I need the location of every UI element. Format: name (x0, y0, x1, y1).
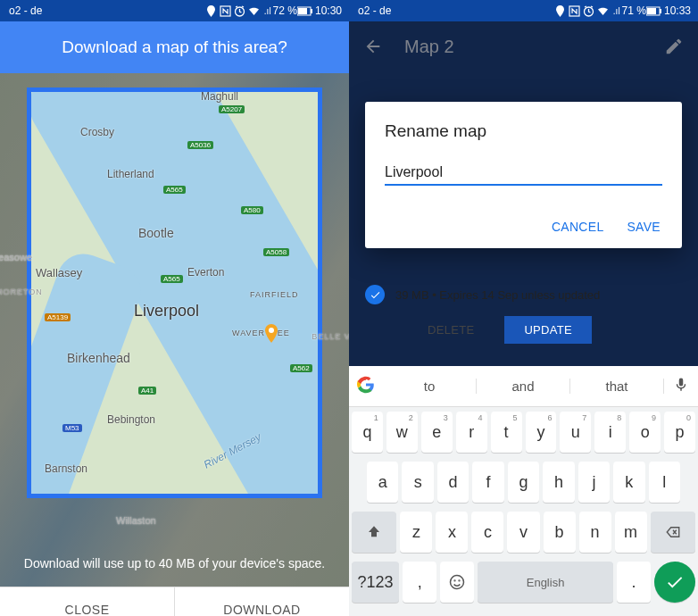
suggestion-3[interactable]: that (570, 379, 664, 394)
keyboard: to and that q1w2e3r4t5y6u7i8o9p0 asdfghj… (349, 366, 698, 616)
nfc-icon (569, 5, 580, 17)
key-a[interactable]: a (367, 462, 398, 503)
download-size-msg: Download will use up to 40 MB of your de… (18, 556, 331, 570)
carrier-label: o2 - de (9, 4, 42, 17)
rename-dialog: Rename map CANCEL SAVE (365, 102, 682, 248)
key-q[interactable]: q1 (352, 412, 383, 453)
carrier-label: o2 - de (358, 4, 391, 17)
place-barnston: Barnston (45, 462, 87, 475)
nfc-icon (220, 5, 231, 17)
map-selection-frame[interactable]: Maghull Crosby Litherland Bootle Wallase… (27, 87, 322, 498)
suggestion-2[interactable]: and (477, 379, 570, 394)
key-k[interactable]: k (613, 462, 644, 503)
status-bar: o2 - de .ıl 71 % 10:33 (349, 0, 698, 21)
svg-point-11 (451, 576, 464, 589)
place-bebington: Bebington (107, 413, 155, 426)
key-e[interactable]: e3 (421, 412, 453, 453)
svg-rect-4 (311, 9, 312, 13)
map-pin-icon (263, 324, 279, 344)
battery-icon (646, 6, 662, 16)
key-g[interactable]: g (508, 462, 539, 503)
location-icon (205, 5, 217, 17)
svg-rect-9 (647, 8, 656, 14)
svg-point-13 (459, 580, 460, 581)
key-s[interactable]: s (402, 462, 433, 503)
svg-rect-3 (298, 8, 307, 14)
key-period[interactable]: . (617, 562, 651, 603)
place-bootle: Bootle (138, 226, 174, 240)
mic-icon[interactable] (664, 377, 698, 396)
key-t[interactable]: t5 (491, 412, 522, 453)
key-v[interactable]: v (507, 512, 539, 553)
place-maghull: Maghull (201, 90, 238, 103)
download-button[interactable]: DOWNLOAD (175, 587, 349, 616)
key-symbols[interactable]: ?123 (352, 562, 399, 603)
map-info-text: 39 MB • Expires 14 Sep unless updated (395, 288, 600, 302)
place-birkenhead: Birkenhead (67, 351, 130, 365)
place-everton: Everton (187, 266, 224, 279)
key-shift[interactable] (352, 512, 396, 553)
suggestion-bar: to and that (349, 366, 698, 407)
key-n[interactable]: n (579, 512, 611, 553)
key-c[interactable]: c (471, 512, 503, 553)
key-p[interactable]: p0 (664, 412, 695, 453)
place-wallasey: Wallasey (36, 266, 82, 279)
status-icons: .ıl (554, 5, 620, 17)
close-button[interactable]: CLOSE (0, 587, 175, 616)
key-b[interactable]: b (544, 512, 576, 553)
battery-pct: 71 % (622, 4, 646, 17)
place-litherland: Litherland (107, 168, 154, 180)
google-icon[interactable] (349, 376, 383, 397)
save-button[interactable]: SAVE (627, 220, 661, 234)
key-r[interactable]: r4 (456, 412, 487, 453)
signal-label: .ıl (264, 6, 271, 16)
status-icons: .ıl (205, 5, 271, 17)
download-header: Download a map of this area? (0, 21, 349, 73)
map-overlay: Maghull Crosby Litherland Bootle Wallase… (0, 73, 349, 587)
key-y[interactable]: y6 (526, 412, 557, 453)
svg-rect-10 (660, 9, 661, 13)
right-screenshot: o2 - de .ıl 71 % 10:33 Map 2 Rename map … (349, 0, 698, 616)
map-info-row: 39 MB • Expires 14 Sep unless updated (365, 285, 682, 304)
bottom-bar: CLOSE DOWNLOAD (0, 587, 349, 616)
key-backspace[interactable] (651, 512, 695, 553)
dialog-title: Rename map (385, 121, 662, 141)
place-fairfield: FAIRFIELD (250, 290, 299, 299)
key-comma[interactable]: , (403, 562, 436, 603)
cancel-button[interactable]: CANCEL (552, 220, 604, 234)
location-icon (554, 5, 566, 17)
place-liverpool: Liverpool (134, 302, 199, 320)
delete-button[interactable]: DELETE (411, 316, 490, 344)
wifi-icon (597, 5, 609, 17)
left-screenshot: o2 - de .ıl 72 % 10:30 Download a map of… (0, 0, 349, 616)
key-f[interactable]: f (472, 462, 503, 503)
key-u[interactable]: u7 (560, 412, 591, 453)
time-label: 10:30 (315, 4, 342, 17)
key-i[interactable]: i8 (594, 412, 626, 453)
key-z[interactable]: z (400, 512, 432, 553)
key-enter[interactable] (654, 562, 695, 603)
place-wavertree: WAVERTREE (232, 329, 290, 337)
key-h[interactable]: h (543, 462, 574, 503)
battery-icon (297, 6, 313, 16)
alarm-icon (583, 5, 594, 17)
key-emoji[interactable] (440, 562, 474, 603)
update-button[interactable]: UPDATE (504, 316, 592, 344)
svg-point-5 (269, 328, 274, 333)
key-j[interactable]: j (578, 462, 610, 503)
status-bar: o2 - de .ıl 72 % 10:30 (0, 0, 349, 21)
key-m[interactable]: m (615, 512, 647, 553)
rename-input[interactable] (385, 161, 662, 186)
key-space[interactable]: English (478, 562, 613, 603)
key-x[interactable]: x (436, 512, 468, 553)
wifi-icon (248, 5, 260, 17)
svg-point-12 (454, 580, 455, 581)
time-label: 10:33 (664, 4, 691, 17)
key-l[interactable]: l (649, 462, 680, 503)
key-o[interactable]: o9 (629, 412, 661, 453)
key-w[interactable]: w2 (386, 412, 418, 453)
key-d[interactable]: d (437, 462, 469, 503)
place-crosby: Crosby (80, 126, 114, 138)
suggestion-1[interactable]: to (383, 379, 477, 394)
battery-pct: 72 % (273, 4, 297, 17)
